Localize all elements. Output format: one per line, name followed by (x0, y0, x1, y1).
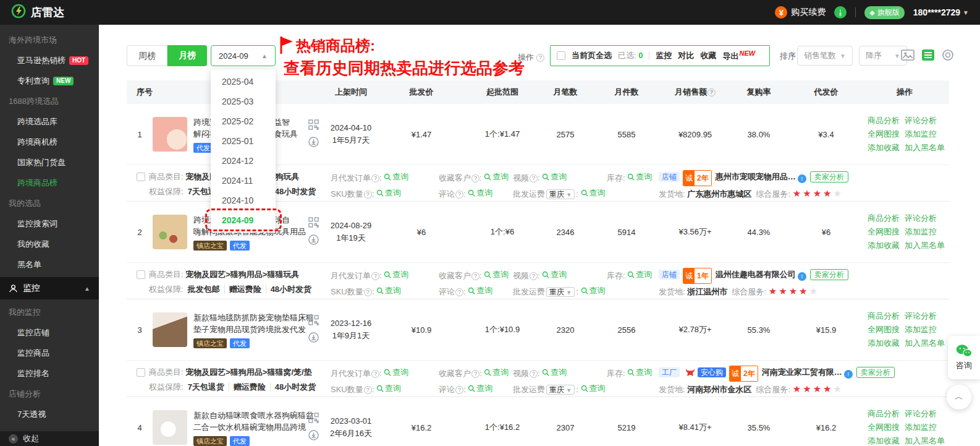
action-link[interactable]: 加入黑名单 (905, 338, 945, 349)
operation-help[interactable]: 操作 ? (518, 52, 544, 63)
sidebar-item[interactable]: 跨境商机榜 (0, 132, 99, 152)
month-option[interactable]: 2024-09 (211, 210, 276, 230)
sidebar-item[interactable]: 监控店铺 (0, 322, 99, 343)
product-image[interactable] (153, 117, 187, 152)
query-link[interactable]: 查询 (542, 169, 567, 184)
sort-field-select[interactable]: 销售笔数▼ (797, 46, 853, 66)
row-checkbox[interactable] (137, 270, 145, 279)
info-icon[interactable]: ! (798, 272, 806, 281)
target-view-icon[interactable] (942, 49, 954, 63)
query-link[interactable]: 查询 (484, 267, 509, 282)
tab-weekly[interactable]: 周榜 (127, 45, 167, 66)
action-link[interactable]: 全网图搜 (868, 422, 900, 433)
action-link[interactable]: 评论分析 (905, 408, 937, 419)
info-icon[interactable]: ! (844, 370, 853, 379)
select-all-label[interactable]: 当前页全选 (572, 50, 612, 61)
query-link[interactable]: 查询 (484, 365, 509, 380)
month-select[interactable]: 2024-09 ▲ (211, 45, 276, 66)
info-icon[interactable]: ! (798, 174, 806, 183)
query-link[interactable]: 查询 (484, 169, 509, 184)
sidebar-item[interactable]: 7天透视 (0, 404, 99, 424)
action-link[interactable]: 添加监控 (905, 129, 937, 140)
list-view-icon[interactable] (922, 49, 934, 62)
action-link[interactable]: 评论分析 (905, 311, 937, 322)
query-link[interactable]: 查询 (627, 169, 652, 184)
action-link[interactable]: 添加监控 (905, 226, 937, 238)
sidebar-monitor-header[interactable]: 监控▲ (0, 277, 99, 299)
freight-city-select[interactable]: 重庆 ▼ (546, 287, 575, 297)
product-title[interactable]: 新款猫地毯防抓防挠宠物垫猫床猫垫子宠物用品现货跨境批发代发 (193, 312, 302, 335)
action-link[interactable]: 添加收藏 (868, 338, 900, 349)
seller-analysis-button[interactable]: 卖家分析 (810, 269, 848, 280)
month-option[interactable]: 2025-04 (211, 72, 276, 92)
query-link[interactable]: 查询 (384, 169, 408, 184)
month-option[interactable]: 2024-10 (211, 191, 276, 210)
freight-city-select[interactable]: 重庆 ▼ (546, 385, 575, 395)
favorite-button[interactable]: 收藏 (700, 50, 716, 61)
monitor-button[interactable]: 监控 (656, 50, 672, 61)
row-checkbox[interactable] (137, 368, 145, 377)
export-button[interactable]: 导出NEW (722, 49, 755, 62)
action-link[interactable]: 添加监控 (905, 324, 937, 335)
month-option[interactable]: 2024-12 (211, 151, 276, 171)
sidebar-item[interactable]: 黑名单 (0, 254, 99, 275)
query-link[interactable]: 查询 (581, 283, 606, 298)
action-link[interactable]: 添加收藏 (868, 435, 900, 446)
seller-analysis-button[interactable]: 卖家分析 (810, 171, 848, 182)
image-view-icon[interactable] (901, 49, 915, 62)
store-name[interactable]: 河南宠业家工贸有限… (762, 367, 842, 377)
account-menu[interactable]: 180****2729 ▼ (913, 7, 969, 17)
query-link[interactable]: 查询 (384, 267, 408, 282)
query-link[interactable]: 查询 (468, 186, 492, 200)
sidebar-collapse-button[interactable]: « 收起 (0, 431, 99, 446)
action-link[interactable]: 加入黑名单 (905, 435, 945, 446)
query-link[interactable]: 查询 (376, 186, 401, 200)
action-link[interactable]: 商品分析 (868, 408, 900, 419)
query-link[interactable]: 查询 (376, 381, 401, 396)
action-link[interactable]: 商品分析 (868, 311, 900, 322)
back-to-top-button[interactable]: ︿ (947, 385, 971, 410)
action-link[interactable]: 添加收藏 (868, 240, 900, 251)
month-option[interactable]: 2025-01 (211, 131, 276, 151)
query-link[interactable]: 查询 (468, 381, 492, 396)
freight-city-select[interactable]: 重庆 ▼ (546, 189, 575, 199)
download-image-icon[interactable] (308, 234, 319, 247)
query-link[interactable]: 查询 (581, 381, 606, 396)
sidebar-item[interactable]: 监控商品 (0, 343, 99, 363)
product-title[interactable]: 新款自动猫咪喂食喂水器狗碗猫盆二合一饮水机猫碗宠物用品跨境 (193, 410, 302, 433)
sort-order-select[interactable]: 降序▼ (859, 46, 907, 66)
month-option[interactable]: 2024-11 (211, 171, 276, 191)
query-link[interactable]: 查询 (468, 283, 492, 298)
sidebar-item[interactable]: 专利查询NEW (0, 71, 99, 91)
action-link[interactable]: 加入黑名单 (905, 142, 945, 153)
seller-analysis-button[interactable]: 卖家分析 (856, 367, 895, 378)
query-link[interactable]: 查询 (627, 267, 652, 282)
sidebar-item[interactable]: 跨境商品榜 (0, 173, 99, 193)
action-link[interactable]: 添加收藏 (868, 142, 900, 153)
query-link[interactable]: 查询 (376, 283, 401, 298)
product-image[interactable] (153, 410, 187, 445)
download-image-icon[interactable] (308, 430, 319, 442)
action-link[interactable]: 全网图搜 (868, 226, 900, 238)
qrcode-icon[interactable] (308, 315, 319, 327)
month-option[interactable]: 2025-03 (211, 92, 276, 111)
download-icon[interactable]: ⭳ (834, 6, 847, 19)
query-link[interactable]: 查询 (627, 365, 652, 380)
store-name[interactable]: 温州佳趣电器有限公司 (716, 270, 796, 279)
qrcode-icon[interactable] (308, 413, 319, 425)
compare-button[interactable]: 对比 (678, 50, 694, 61)
query-link[interactable]: 查询 (384, 365, 408, 380)
action-link[interactable]: 评论分析 (905, 115, 937, 126)
sidebar-item[interactable]: 亚马逊热销榜HOT (0, 50, 99, 71)
qrcode-icon[interactable] (308, 119, 319, 132)
sidebar-item[interactable]: 监控搜索词 (0, 213, 99, 234)
action-link[interactable]: 全网图搜 (868, 129, 900, 140)
action-link[interactable]: 商品分析 (868, 115, 900, 126)
sidebar-item[interactable]: 跨境选品库 (0, 111, 99, 132)
action-link[interactable]: 商品分析 (868, 213, 900, 224)
tab-monthly[interactable]: 月榜 (167, 45, 207, 66)
action-link[interactable]: 加入黑名单 (905, 240, 945, 251)
app-logo[interactable]: 店雷达 (11, 4, 64, 22)
query-link[interactable]: 查询 (542, 267, 567, 282)
query-link[interactable]: 查询 (542, 365, 567, 380)
